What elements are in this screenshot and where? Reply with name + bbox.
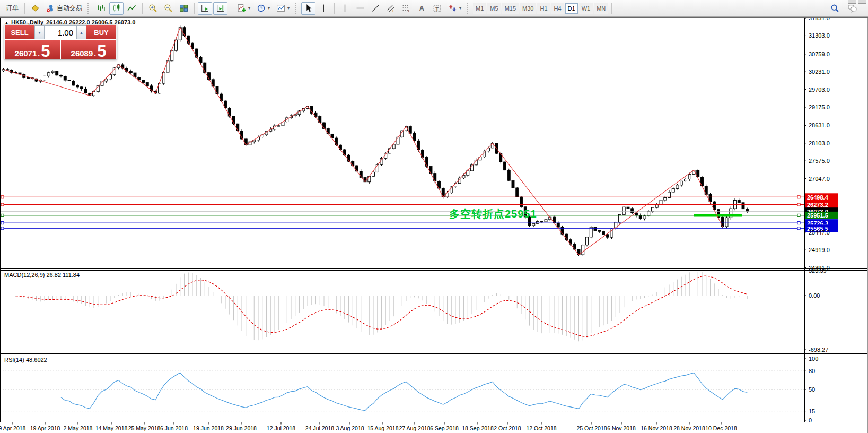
panel-borders [0, 17, 868, 433]
hline-handle[interactable] [1, 222, 4, 224]
hline-handle[interactable] [797, 203, 800, 206]
date-tick-label: 9 Apr 2018 [0, 425, 26, 431]
tab-timeframe-m15[interactable]: M15 [502, 3, 519, 14]
sell-button[interactable]: SELL [5, 25, 34, 39]
equidistant-channel-button[interactable]: E [384, 2, 398, 15]
volume-input[interactable]: 1.00 [45, 25, 76, 39]
hline-handle[interactable] [1, 214, 4, 216]
toolbar-separator [334, 3, 335, 14]
zoom-in-icon [148, 4, 157, 13]
toolbar-grip[interactable] [467, 3, 469, 14]
autotrading-button[interactable]: 自动交易 [43, 2, 85, 15]
hline-handle[interactable] [797, 222, 800, 224]
search-button[interactable] [828, 2, 842, 15]
sell-price-dot: . [38, 49, 40, 58]
buy-price-button[interactable]: 26089 . 5 [61, 40, 116, 59]
sell-price-button[interactable]: 26071 . 5 [5, 40, 60, 59]
templates-icon [276, 4, 285, 13]
date-tick-label: 19 Apr 2018 [30, 425, 60, 431]
line-chart-button[interactable] [125, 2, 139, 15]
text-label-button[interactable]: T [430, 2, 444, 15]
periods-button[interactable]: ▾ [254, 2, 273, 15]
vertical-line-button[interactable] [338, 2, 352, 15]
candles-layer [2, 25, 749, 256]
svg-text:31303.0: 31303.0 [809, 32, 830, 39]
volume-increase-button[interactable]: ▲ [76, 25, 86, 39]
minimize-button[interactable] [848, 0, 856, 4]
hline-handle[interactable] [1, 196, 4, 198]
chevron-up-icon: ▲ [80, 31, 83, 34]
buy-button[interactable]: BUY [86, 25, 116, 39]
cursor-button[interactable] [301, 2, 315, 15]
tab-timeframe-d1[interactable]: D1 [565, 3, 578, 14]
date-tick-label: 3 Aug 2018 [336, 425, 364, 431]
hline-handle[interactable] [797, 214, 800, 216]
chart-canvas[interactable]: 26498.426273.226073.025951.525726.325565… [0, 17, 868, 433]
date-tick-label: 12 Jul 2018 [267, 425, 295, 431]
date-tick-label: 24 Jul 2018 [305, 425, 334, 431]
date-tick-label: 16 Nov 2018 [641, 425, 672, 431]
chat-button[interactable] [845, 2, 860, 15]
hline-handle[interactable] [1, 203, 4, 206]
price-tag-label: 25951.5 [807, 212, 828, 219]
auto-scroll-icon [200, 4, 209, 13]
toolbar-separator [231, 3, 231, 14]
svg-text:0.00: 0.00 [809, 292, 820, 299]
auto-scroll-button[interactable] [198, 2, 212, 15]
chart-window: 26498.426273.226073.025951.525726.325565… [0, 17, 868, 433]
tab-timeframe-h4[interactable]: H4 [551, 3, 564, 14]
crosshair-icon [319, 4, 328, 13]
svg-text:15: 15 [809, 408, 815, 414]
templates-button[interactable]: ▾ [274, 2, 292, 15]
cursor-icon [304, 4, 313, 13]
toolbar-grip[interactable] [295, 3, 297, 14]
restore-button[interactable] [858, 0, 866, 4]
market-watch-button[interactable] [28, 2, 42, 15]
candlestick-chart-button[interactable] [109, 2, 124, 15]
window-controls[interactable] [848, 0, 866, 4]
tab-timeframe-m1[interactable]: M1 [473, 3, 486, 14]
date-tick-label: 12 Oct 2018 [526, 425, 556, 431]
volume-decrease-button[interactable]: ▼ [34, 25, 45, 39]
tab-timeframe-m5[interactable]: M5 [487, 3, 501, 14]
new-order-button[interactable]: 订单 [3, 2, 21, 15]
text-label-icon: T [433, 4, 442, 13]
zoom-in-button[interactable] [146, 2, 160, 15]
chevron-down-icon: ▾ [459, 6, 461, 11]
toolbar-grip[interactable] [87, 3, 90, 14]
svg-text:80: 80 [809, 368, 815, 374]
hline-handle[interactable] [797, 227, 800, 230]
tile-windows-button[interactable] [177, 2, 191, 15]
horizontal-line-icon [356, 4, 365, 13]
tab-timeframe-mn[interactable]: MN [594, 3, 608, 14]
price-axis: 31831.031303.030759.030231.029703.029175… [804, 17, 830, 271]
toolbar-separator [611, 3, 612, 14]
hline-handle[interactable] [1, 227, 4, 230]
zoom-out-icon [164, 4, 173, 13]
one-click-trading-panel: SELL ▼ 1.00 ▲ BUY 26071 . 5 26089 . 5 [4, 25, 117, 59]
zoom-out-button[interactable] [161, 2, 176, 15]
date-tick-label: 6 Sep 2018 [430, 425, 459, 431]
line-chart-icon [127, 4, 136, 13]
crosshair-button[interactable] [317, 2, 331, 15]
tab-timeframe-h1[interactable]: H1 [537, 3, 550, 14]
chevron-down-icon: ▾ [268, 6, 270, 11]
tab-timeframe-w1[interactable]: W1 [579, 3, 593, 14]
chart-shift-button[interactable] [213, 2, 227, 15]
trendline-button[interactable] [369, 2, 383, 15]
arrows-button[interactable]: ▾ [445, 2, 464, 15]
toolbar: 订单 自动交易 [0, 0, 868, 17]
fibonacci-button[interactable]: F [399, 2, 414, 15]
horizontal-line-button[interactable] [353, 2, 367, 15]
toolbar-separator [142, 3, 143, 14]
toolbar-separator [24, 3, 25, 14]
buy-price-main: 26089 [71, 49, 93, 58]
bar-chart-button[interactable] [94, 2, 108, 15]
text-button[interactable]: A [415, 2, 429, 15]
tab-timeframe-m30[interactable]: M30 [520, 3, 536, 14]
trendline-icon [371, 4, 380, 13]
hline-handle[interactable] [797, 196, 800, 198]
indicators-button[interactable]: ▾ [234, 2, 253, 15]
zigzag-line[interactable] [4, 28, 723, 255]
date-tick-label: 25 May 2018 [128, 425, 161, 431]
